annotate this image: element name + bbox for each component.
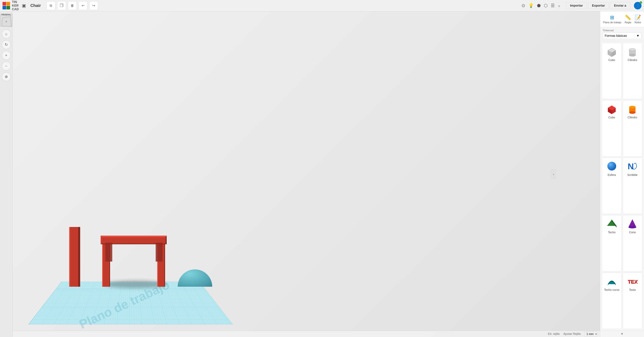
paste-button[interactable]: ⧉ (46, 1, 55, 10)
shapes-header: Tinkercad Formas básicas ▼ (600, 27, 644, 41)
right-panel: ⊞ Plano de trabajo 📏 Regla 📝 Notes Tinke… (600, 11, 644, 337)
shapes-dropdown-label: Formas básicas (605, 34, 627, 38)
shape-texto-label: Texto (629, 288, 636, 292)
cilindro-orange-icon (626, 102, 639, 115)
grid-label: Ed. rejilla (548, 332, 560, 336)
app-title: Chair (30, 3, 41, 8)
cilindro-gray-icon (626, 45, 639, 58)
svg-point-19 (629, 111, 636, 114)
shapes-grid: Cubo Cilindro (600, 41, 644, 331)
tinkercad-label: Tinkercad (603, 29, 642, 32)
send-button[interactable]: Enviar a (610, 2, 630, 9)
workplane-button[interactable]: ⊞ Plano de trabajo (602, 13, 622, 25)
shape-techo-curvo-label: Techo curvo (604, 288, 619, 292)
mirror-icon[interactable]: ⬦ (558, 3, 560, 8)
shape-techo-label: Techo (608, 231, 616, 234)
svg-text:N: N (628, 162, 634, 171)
lightbulb-icon[interactable]: 💡 (528, 3, 534, 8)
shape-cilindro-orange-label: Cilindro (628, 116, 637, 119)
shape-esfera[interactable]: Esfera (602, 158, 622, 214)
scribble-icon: N (626, 160, 639, 172)
esfera-icon (606, 160, 618, 172)
techo-icon (606, 217, 618, 230)
shape-cubo-gray[interactable]: Cubo (602, 43, 622, 99)
ruler-icon: 📏 (625, 14, 631, 20)
svg-point-18 (629, 106, 636, 108)
undo-button[interactable]: ↩ (78, 1, 88, 10)
duplicate-button[interactable]: ❐ (57, 1, 66, 10)
cubo-gray-icon (606, 45, 618, 58)
shape-cubo-gray-label: Cubo (608, 58, 615, 62)
shape-cubo-red[interactable]: Cubo (602, 100, 622, 156)
export-button[interactable]: Exportar (588, 2, 609, 9)
shape-scribble-label: Scribble (627, 173, 638, 177)
cubo-red-icon (606, 102, 618, 115)
shape-cilindro-gray[interactable]: Cilindro (623, 43, 642, 99)
svg-point-26 (628, 226, 636, 228)
status-bar: Ed. rejilla Ajustar Rejilla 1 mm 2 mm 5 … (12, 331, 600, 337)
topbar: TINKERCAD ▣ Chair ⧉ ❐ 🗑 ↩ ↪ ⊙ 💡 ⬟ ⬡ ☰ ⬦ … (0, 0, 644, 11)
fit-button[interactable]: ⊕ (2, 72, 11, 81)
app-logo (2, 2, 10, 10)
shape-cono[interactable]: Cono (623, 215, 642, 271)
shape-esfera-label: Esfera (608, 173, 616, 177)
delete-button[interactable]: 🗑 (68, 1, 77, 10)
svg-text:TEXT: TEXT (628, 279, 638, 284)
shape-texto[interactable]: TEXT Texto (623, 273, 642, 329)
shapes-dropdown[interactable]: Formas básicas ▼ (603, 32, 642, 39)
notes-icon: 📝 (635, 14, 641, 20)
shape-cubo-red-label: Cubo (608, 116, 615, 119)
import-button[interactable]: Importar (566, 2, 587, 9)
canvas-area[interactable]: Plano de trabajo (12, 11, 600, 337)
shape-cono-label: Cono (629, 231, 636, 234)
objects-container (44, 211, 217, 306)
camera-icon[interactable]: ⊙ (522, 3, 525, 8)
shape-techo[interactable]: Techo (602, 215, 622, 271)
svg-point-8 (629, 48, 636, 51)
techo-curvo-icon (606, 275, 618, 287)
logo-text: TINKERCAD (12, 0, 19, 11)
table-leg-bl[interactable] (105, 243, 112, 262)
snap-label: Ajustar Rejilla (563, 332, 581, 336)
union-icon[interactable]: ⬟ (537, 3, 541, 8)
left-panel: FRONTAL ▣ ⌂ ↻ + − ⊕ (0, 11, 12, 337)
subtract-icon[interactable]: ⬡ (544, 3, 548, 8)
svg-point-9 (629, 54, 636, 56)
cono-icon (626, 217, 639, 230)
panel-toggle-button[interactable]: › (551, 170, 556, 179)
avatar-badge (640, 1, 642, 4)
zoom-in-button[interactable]: + (2, 51, 11, 60)
user-avatar[interactable]: 👤 (634, 2, 642, 10)
table-leg-br[interactable] (156, 243, 162, 262)
align-icon[interactable]: ☰ (551, 3, 555, 8)
scroll-down[interactable]: ▼ (600, 331, 644, 337)
workplane-icon: ⊞ (610, 14, 614, 20)
right-panel-icons: ⊞ Plano de trabajo 📏 Regla 📝 Notes (600, 11, 644, 27)
shape-techo-curvo[interactable]: Techo curvo (602, 273, 622, 329)
rotate-button[interactable]: ↻ (2, 40, 11, 49)
svg-point-20 (607, 162, 616, 170)
shape-cilindro-gray-label: Cilindro (628, 58, 637, 62)
view-cube[interactable]: FRONTAL ▣ (0, 14, 12, 26)
main-layout: FRONTAL ▣ ⌂ ↻ + − ⊕ Plano de trabajo (0, 11, 644, 337)
shape-scribble[interactable]: N Scribble (623, 158, 642, 214)
chair-back[interactable] (69, 227, 80, 287)
texto-icon: TEXT (626, 275, 639, 287)
home-button[interactable]: ⌂ (2, 30, 11, 38)
redo-button[interactable]: ↪ (89, 1, 98, 10)
shape-cilindro-orange[interactable]: Cilindro (623, 100, 642, 156)
snap-select[interactable]: 1 mm 2 mm 5 mm (584, 332, 598, 336)
chevron-down-icon: ▼ (636, 34, 640, 38)
ruler-button[interactable]: 📏 Regla (624, 13, 632, 25)
zoom-out-button[interactable]: − (2, 62, 11, 70)
notes-button[interactable]: 📝 Notes (633, 13, 642, 25)
action-buttons: Importar Exportar Enviar a (566, 2, 630, 9)
half-sphere[interactable] (178, 270, 212, 287)
scroll-down-icon: ▼ (620, 332, 624, 336)
